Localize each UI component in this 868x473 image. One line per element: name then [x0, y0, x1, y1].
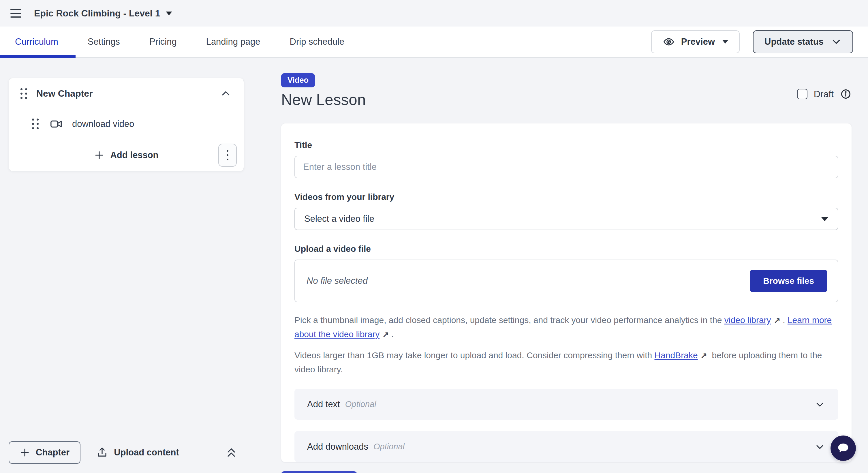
draft-checkbox[interactable] — [797, 89, 807, 99]
chapter-title: New Chapter — [36, 88, 93, 99]
compression-help-text: Videos larger than 1GB may take longer t… — [294, 348, 838, 376]
no-file-text: No file selected — [307, 276, 368, 286]
plus-icon — [94, 150, 104, 160]
drag-handle-icon[interactable] — [21, 88, 27, 99]
add-chapter-button[interactable]: Chapter — [9, 441, 81, 464]
course-title: Epic Rock Climbing - Level 1 — [34, 8, 160, 19]
lesson-type-badge: Video — [281, 73, 315, 87]
info-icon[interactable] — [840, 88, 851, 100]
tab-landing-page[interactable]: Landing page — [206, 37, 260, 47]
upload-icon — [96, 446, 108, 459]
lesson-title-input[interactable] — [294, 156, 838, 178]
video-library-select[interactable]: Select a video file — [294, 208, 838, 230]
draft-toggle-group: Draft — [797, 88, 851, 100]
add-lesson-label: Add lesson — [110, 150, 158, 160]
library-field-label: Videos from your library — [294, 192, 838, 202]
tab-curriculum[interactable]: Curriculum — [15, 37, 58, 47]
preview-label: Preview — [681, 37, 715, 47]
optional-hint: Optional — [345, 400, 376, 409]
drag-handle-icon[interactable] — [32, 119, 39, 129]
add-lesson-row: Add lesson — [9, 139, 244, 171]
chevron-down-icon — [831, 37, 841, 47]
chevron-down-icon — [814, 441, 826, 452]
add-downloads-label: Add downloads — [307, 442, 368, 452]
hamburger-menu-icon[interactable] — [10, 9, 21, 18]
external-link-icon: ↗ — [774, 314, 781, 327]
save-lesson-button[interactable]: Save lesson — [281, 471, 357, 473]
sidebar-footer: Chapter Upload content — [9, 441, 238, 464]
video-library-select-value: Select a video file — [304, 214, 374, 224]
video-library-link[interactable]: video library — [724, 315, 771, 325]
external-link-icon: ↗ — [382, 328, 389, 342]
external-link-icon: ↗ — [701, 349, 707, 362]
add-lesson-button[interactable]: Add lesson — [94, 150, 158, 160]
course-switcher[interactable]: Epic Rock Climbing - Level 1 — [34, 8, 172, 19]
update-status-label: Update status — [765, 37, 824, 47]
collapse-all-button[interactable] — [225, 446, 238, 459]
upload-field-label: Upload a video file — [294, 244, 838, 254]
add-downloads-accordion[interactable]: Add downloads Optional — [294, 431, 838, 462]
topbar: Epic Rock Climbing - Level 1 — [0, 0, 868, 27]
chevron-up-icon[interactable] — [220, 88, 231, 99]
chapter-card: New Chapter download video Add lesson — [9, 78, 244, 171]
lesson-title: download video — [72, 119, 134, 129]
active-tab-underline — [0, 55, 75, 58]
eye-icon — [663, 36, 675, 48]
lesson-form-card: Title Videos from your library Select a … — [281, 123, 851, 462]
preview-button[interactable]: Preview — [651, 30, 740, 53]
caret-down-icon — [722, 40, 728, 43]
add-chapter-label: Chapter — [36, 447, 69, 458]
lesson-editor: Video New Lesson Draft Title Videos from… — [254, 58, 868, 473]
update-status-button[interactable]: Update status — [753, 30, 853, 53]
chapter-menu-button[interactable] — [218, 144, 237, 167]
title-field-label: Title — [294, 140, 838, 150]
chevron-down-icon — [814, 399, 826, 410]
tab-drip-schedule[interactable]: Drip schedule — [290, 37, 345, 47]
upload-content-button[interactable]: Upload content — [96, 446, 179, 459]
double-chevron-up-icon — [225, 446, 238, 459]
tab-settings[interactable]: Settings — [88, 37, 120, 47]
handbrake-link[interactable]: HandBrake — [655, 350, 698, 360]
chat-bubble-icon — [836, 441, 851, 456]
tabbar: Curriculum Settings Pricing Landing page… — [0, 27, 868, 58]
lesson-row[interactable]: download video — [9, 109, 244, 139]
curriculum-sidebar: New Chapter download video Add lesson — [0, 58, 254, 473]
caret-down-icon — [821, 217, 829, 221]
chat-widget-button[interactable] — [831, 436, 856, 461]
tab-pricing[interactable]: Pricing — [149, 37, 177, 47]
add-text-label: Add text — [307, 399, 340, 410]
browse-files-button[interactable]: Browse files — [750, 270, 827, 292]
caret-down-icon — [166, 11, 172, 15]
chapter-header[interactable]: New Chapter — [9, 78, 244, 109]
file-upload-dropzone[interactable]: No file selected Browse files — [294, 259, 838, 302]
video-library-help-text: Pick a thumbnail image, add closed capti… — [294, 313, 838, 342]
add-text-accordion[interactable]: Add text Optional — [294, 389, 838, 420]
optional-hint: Optional — [373, 442, 405, 451]
lesson-page-title: New Lesson — [281, 91, 366, 108]
draft-label: Draft — [814, 89, 834, 99]
plus-icon — [20, 447, 30, 458]
video-camera-icon — [50, 117, 63, 131]
upload-content-label: Upload content — [114, 447, 179, 458]
